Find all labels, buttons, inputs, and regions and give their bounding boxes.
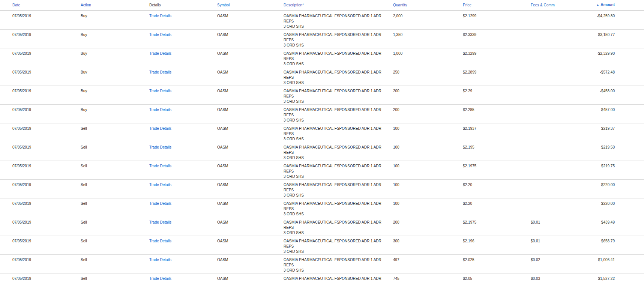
cell-description: OASMIA PHARMACEUTICAL FSPONSORED ADR 1 A… — [284, 180, 393, 198]
cell-date: 07/05/2019 — [0, 30, 81, 48]
trade-details-link[interactable]: Trade Details — [149, 145, 171, 149]
cell-amount: $219.50 — [585, 142, 644, 161]
cell-date: 07/05/2019 — [0, 123, 81, 142]
trade-details-link[interactable]: Trade Details — [149, 89, 171, 93]
column-header-action[interactable]: Action — [81, 0, 149, 11]
cell-symbol: OASM — [217, 180, 284, 198]
column-header-quantity[interactable]: Quantity — [393, 0, 463, 11]
description-line-1: OASMIA PHARMACEUTICAL FSPONSORED ADR 1 A… — [284, 257, 390, 268]
cell-symbol: OASM — [217, 161, 284, 180]
cell-price: $2.1937 — [463, 123, 531, 142]
column-header-symbol[interactable]: Symbol — [217, 0, 284, 11]
table-row: 07/05/2019 Buy Trade Details OASM OASMIA… — [0, 86, 644, 105]
description-line-2: 3 ORD SHS — [284, 80, 390, 86]
trade-details-link[interactable]: Trade Details — [149, 14, 171, 18]
cell-description: OASMIA PHARMACEUTICAL FSPONSORED ADR 1 A… — [284, 123, 393, 142]
cell-date: 07/05/2019 — [0, 67, 81, 86]
cell-date: 07/05/2019 — [0, 217, 81, 236]
cell-action: Sell — [81, 198, 149, 217]
cell-fees-comm: $0.01 — [531, 217, 585, 236]
cell-amount: $439.49 — [585, 217, 644, 236]
cell-amount: $220.00 — [585, 198, 644, 217]
trade-details-link[interactable]: Trade Details — [149, 51, 171, 56]
cell-symbol: OASM — [217, 48, 284, 67]
cell-details: Trade Details — [149, 236, 217, 255]
cell-action: Buy — [81, 86, 149, 105]
cell-fees-comm: $0.02 — [531, 255, 585, 273]
cell-quantity: 100 — [393, 161, 463, 180]
cell-action: Sell — [81, 161, 149, 180]
trade-details-link[interactable]: Trade Details — [149, 258, 171, 262]
column-header-date[interactable]: Date — [0, 0, 81, 11]
column-header-price[interactable]: Price — [463, 0, 531, 11]
cell-amount: $219.75 — [585, 161, 644, 180]
cell-price: $2.05 — [463, 273, 531, 281]
cell-details: Trade Details — [149, 105, 217, 123]
cell-fees-comm — [531, 123, 585, 142]
description-line-2: 3 ORD SHS — [284, 99, 390, 104]
description-line-1: OASMIA PHARMACEUTICAL FSPONSORED ADR 1 A… — [284, 201, 390, 212]
description-line-2: 3 ORD SHS — [284, 118, 390, 123]
trade-details-link[interactable]: Trade Details — [149, 70, 171, 74]
description-line-2: 3 ORD SHS — [284, 43, 390, 48]
trade-details-link[interactable]: Trade Details — [149, 201, 171, 206]
description-line-1: OASMIA PHARMACEUTICAL FSPONSORED ADR 1 A… — [284, 70, 390, 80]
trade-details-link[interactable]: Trade Details — [149, 33, 171, 37]
table-row: 07/05/2019 Sell Trade Details OASM OASMI… — [0, 123, 644, 142]
cell-quantity: 200 — [393, 86, 463, 105]
cell-fees-comm — [531, 105, 585, 123]
trade-details-link[interactable]: Trade Details — [149, 239, 171, 243]
description-line-2: 3 ORD SHS — [284, 193, 390, 198]
column-header-description[interactable]: Description* — [284, 0, 393, 11]
column-header-amount[interactable]: ▲Amount — [585, 0, 644, 11]
cell-details: Trade Details — [149, 48, 217, 67]
cell-fees-comm: $0.01 — [531, 236, 585, 255]
cell-price: $2.20 — [463, 198, 531, 217]
description-line-1: OASMIA PHARMACEUTICAL FSPONSORED ADR 1 A… — [284, 182, 390, 193]
cell-fees-comm — [531, 180, 585, 198]
cell-date: 07/05/2019 — [0, 11, 81, 30]
cell-details: Trade Details — [149, 30, 217, 48]
column-header-amount-label: Amount — [600, 3, 615, 7]
table-header: Date Action Details Symbol Description* … — [0, 0, 644, 11]
cell-symbol: OASM — [217, 255, 284, 273]
cell-fees-comm — [531, 198, 585, 217]
trade-details-link[interactable]: Trade Details — [149, 108, 171, 112]
cell-price: $2.1299 — [463, 11, 531, 30]
cell-quantity: 300 — [393, 236, 463, 255]
cell-price: $2.2899 — [463, 67, 531, 86]
cell-symbol: OASM — [217, 236, 284, 255]
cell-date: 07/05/2019 — [0, 198, 81, 217]
cell-date: 07/05/2019 — [0, 236, 81, 255]
cell-details: Trade Details — [149, 217, 217, 236]
cell-action: Sell — [81, 273, 149, 281]
trade-details-link[interactable]: Trade Details — [149, 220, 171, 224]
column-header-details: Details — [149, 0, 217, 11]
cell-price: $2.196 — [463, 236, 531, 255]
description-line-1: OASMIA PHARMACEUTICAL FSPONSORED ADR 1 A… — [284, 276, 390, 281]
trade-details-link[interactable]: Trade Details — [149, 183, 171, 187]
table-row: 07/05/2019 Buy Trade Details OASM OASMIA… — [0, 105, 644, 123]
cell-description: OASMIA PHARMACEUTICAL FSPONSORED ADR 1 A… — [284, 48, 393, 67]
trade-details-link[interactable]: Trade Details — [149, 164, 171, 168]
cell-action: Sell — [81, 217, 149, 236]
cell-fees-comm — [531, 11, 585, 30]
cell-details: Trade Details — [149, 273, 217, 281]
cell-price: $2.025 — [463, 255, 531, 273]
trade-details-link[interactable]: Trade Details — [149, 276, 171, 281]
cell-symbol: OASM — [217, 105, 284, 123]
table-row: 07/05/2019 Sell Trade Details OASM OASMI… — [0, 236, 644, 255]
cell-description: OASMIA PHARMACEUTICAL FSPONSORED ADR 1 A… — [284, 273, 393, 281]
cell-description: OASMIA PHARMACEUTICAL FSPONSORED ADR 1 A… — [284, 161, 393, 180]
cell-amount: -$3,150.77 — [585, 30, 644, 48]
cell-description: OASMIA PHARMACEUTICAL FSPONSORED ADR 1 A… — [284, 217, 393, 236]
trade-details-link[interactable]: Trade Details — [149, 126, 171, 131]
cell-quantity: 1,350 — [393, 30, 463, 48]
column-header-fees-comm[interactable]: Fees & Comm — [531, 0, 585, 11]
table-row: 07/05/2019 Sell Trade Details OASM OASMI… — [0, 180, 644, 198]
cell-quantity: 100 — [393, 123, 463, 142]
cell-date: 07/05/2019 — [0, 273, 81, 281]
cell-amount: $220.00 — [585, 180, 644, 198]
description-line-1: OASMIA PHARMACEUTICAL FSPONSORED ADR 1 A… — [284, 107, 390, 118]
table-row: 07/05/2019 Sell Trade Details OASM OASMI… — [0, 255, 644, 273]
